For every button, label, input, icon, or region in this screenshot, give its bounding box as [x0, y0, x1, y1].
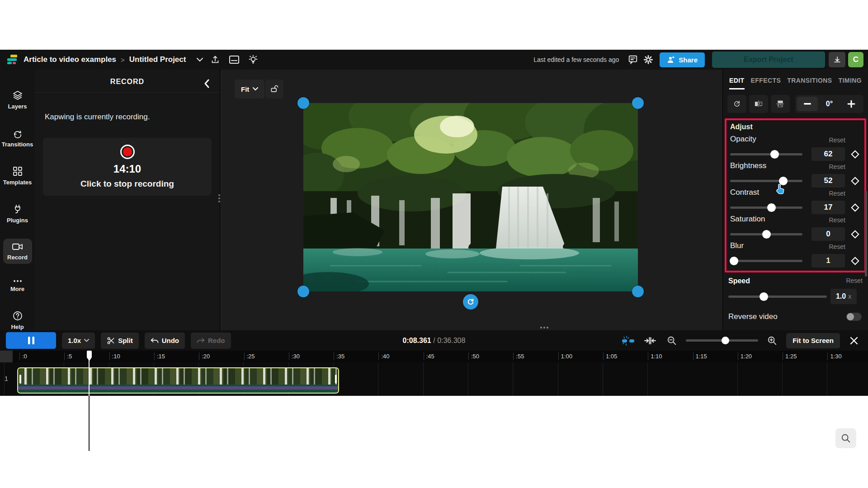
contrast-value[interactable]: 17 — [811, 201, 845, 214]
edit-panel-tabs: EDIT EFFECTS TRANSITIONS TIMING — [723, 70, 868, 89]
mouse-hand-cursor — [776, 183, 786, 195]
zoom-in-icon[interactable] — [764, 333, 780, 348]
ruler-tick-label: :50 — [468, 352, 479, 360]
sidebar-label: More — [10, 286, 24, 292]
export-project-button[interactable]: Export Project — [712, 52, 825, 68]
recording-status-text: Kapwing is currently recording. — [45, 113, 220, 122]
blur-reset[interactable]: Reset — [829, 243, 845, 250]
clip-trim-handle-right[interactable] — [335, 375, 337, 384]
saturation-value[interactable]: 0 — [811, 227, 845, 241]
tab-timing[interactable]: TIMING — [839, 77, 862, 89]
contrast-reset[interactable]: Reset — [829, 190, 845, 197]
split-button[interactable]: Split — [101, 333, 139, 349]
blur-keyframe-icon[interactable] — [851, 257, 859, 265]
redo-button[interactable]: Redo — [191, 333, 231, 349]
opacity-reset[interactable]: Reset — [829, 136, 845, 144]
resize-handle-top-right[interactable] — [632, 97, 644, 109]
blur-slider[interactable] — [730, 257, 802, 265]
suggestions-bulb-icon[interactable] — [245, 52, 261, 67]
rotate-minus-button[interactable] — [797, 97, 818, 111]
close-timeline-icon[interactable] — [846, 333, 862, 348]
canvas-resize-grip[interactable] — [540, 327, 548, 328]
sidebar-item-layers[interactable]: Layers — [3, 87, 32, 113]
comments-icon[interactable] — [625, 52, 641, 67]
sidebar-label: Transitions — [2, 141, 33, 148]
brightness-keyframe-icon[interactable] — [851, 177, 859, 185]
tab-transitions[interactable]: TRANSITIONS — [787, 77, 832, 89]
playhead-line[interactable] — [89, 351, 90, 396]
brightness-reset[interactable]: Reset — [829, 163, 845, 170]
speed-reset[interactable]: Reset — [846, 277, 863, 285]
captions-icon[interactable] — [226, 52, 242, 67]
breadcrumb-project[interactable]: Article to video examples — [24, 55, 116, 64]
saturation-keyframe-icon[interactable] — [851, 230, 859, 238]
upload-icon[interactable] — [208, 52, 223, 67]
rotation-control: 0° — [795, 95, 863, 113]
playback-rate-dropdown[interactable]: 1.0x — [62, 333, 95, 349]
unlock-button[interactable] — [265, 80, 283, 99]
opacity-value[interactable]: 62 — [811, 147, 845, 161]
brightness-value[interactable]: 52 — [811, 174, 845, 188]
tab-edit[interactable]: EDIT — [729, 77, 745, 89]
sidebar-item-help[interactable]: Help — [3, 307, 32, 333]
fit-dropdown[interactable]: Fit — [235, 80, 264, 99]
flip-horizontal-button[interactable] — [749, 95, 768, 113]
project-menu-chevron-icon[interactable] — [192, 52, 208, 67]
avatar[interactable]: C — [848, 52, 863, 67]
fit-to-screen-button[interactable]: Fit to Screen — [786, 333, 840, 348]
sidebar-item-more[interactable]: More — [3, 276, 32, 296]
kapwing-logo[interactable] — [5, 52, 20, 67]
opacity-slider[interactable] — [730, 150, 802, 158]
reverse-video-toggle[interactable] — [846, 313, 862, 321]
contrast-keyframe-icon[interactable] — [851, 203, 859, 211]
flip-vertical-button[interactable] — [771, 95, 790, 113]
speed-value: 1.0 — [836, 292, 846, 300]
time-separator: / — [433, 337, 435, 344]
timeline-body[interactable]: 1 — [0, 362, 868, 396]
sidebar-item-templates[interactable]: Templates — [3, 163, 32, 189]
sidebar-item-transitions[interactable]: Transitions — [3, 125, 32, 151]
collapse-panel-chevron-icon[interactable] — [199, 76, 214, 91]
saturation-reset[interactable]: Reset — [829, 216, 845, 224]
share-button[interactable]: Share — [660, 52, 705, 67]
resize-handle-bottom-left[interactable] — [297, 286, 309, 297]
brightness-label: Brightness — [730, 161, 766, 170]
speed-slider[interactable] — [728, 292, 827, 301]
breadcrumb-title[interactable]: Untitled Project — [129, 55, 186, 64]
resize-handle-bottom-right[interactable] — [632, 286, 644, 297]
ruler-tick-label: :40 — [378, 352, 389, 360]
smart-cut-icon[interactable] — [621, 333, 636, 348]
download-button[interactable] — [829, 52, 845, 67]
rotate-plus-button[interactable] — [841, 97, 862, 111]
waterfall-video-frame — [303, 103, 638, 291]
saturation-slider[interactable] — [730, 230, 802, 238]
video-clip[interactable] — [17, 367, 339, 394]
rotate-button[interactable] — [727, 95, 746, 113]
zoom-out-icon[interactable] — [664, 333, 679, 348]
sidebar-item-plugins[interactable]: Plugins — [3, 201, 32, 227]
clip-trim-handle-left[interactable] — [19, 375, 21, 384]
record-panel-title: RECORD — [35, 70, 220, 93]
tab-effects[interactable]: EFFECTS — [751, 77, 781, 89]
opacity-keyframe-icon[interactable] — [851, 150, 859, 158]
time-display: 0:08.361 / 0:36.308 — [403, 337, 466, 345]
blur-value[interactable]: 1 — [811, 254, 845, 267]
timeline-ruler[interactable]: :0:5:10:15:20:25:30:35:40:45:50:551:001:… — [0, 351, 868, 362]
brightness-slider[interactable] — [730, 177, 802, 185]
timeline-search-button[interactable] — [835, 428, 856, 448]
settings-gear-icon[interactable] — [641, 52, 656, 67]
contrast-slider[interactable] — [730, 203, 802, 211]
timeline-zoom-slider[interactable] — [686, 337, 758, 344]
speed-value-box[interactable]: 1.0 x — [830, 289, 857, 304]
panel-scrollbar[interactable] — [865, 191, 867, 277]
ruler-tick-label: :20 — [199, 352, 210, 360]
video-preview[interactable] — [303, 103, 638, 291]
resize-handle-top-left[interactable] — [297, 97, 309, 109]
sidebar-label: Help — [11, 324, 24, 330]
rotate-handle[interactable] — [463, 294, 478, 310]
trim-to-clip-icon[interactable] — [642, 333, 658, 348]
stop-recording-button[interactable]: 14:10 Click to stop recording — [43, 138, 212, 196]
undo-button[interactable]: Undo — [145, 333, 185, 349]
sidebar-item-record[interactable]: Record — [3, 239, 32, 264]
pause-button[interactable] — [6, 332, 56, 349]
